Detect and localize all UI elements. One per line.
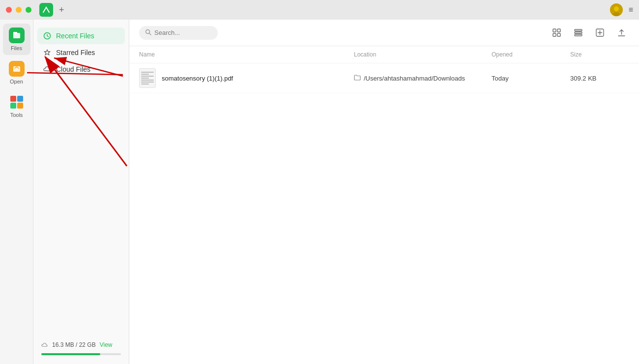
search-input[interactable] [154,29,208,36]
avatar[interactable] [610,3,623,16]
svg-rect-17 [575,29,582,31]
table-row[interactable]: somatosensory (1)(1).pdf /Users/ahtasham… [129,63,639,93]
nav-bottom: 16.3 MB / 22 GB View [37,337,125,356]
svg-rect-8 [10,103,16,109]
app-logo [39,3,53,17]
list-view-button[interactable] [570,25,586,41]
folder-icon [354,75,361,82]
svg-line-12 [149,33,151,35]
svg-rect-16 [557,33,560,36]
close-button[interactable] [6,7,12,13]
file-location-cell: /Users/ahtashamahmad/Downloads [354,75,492,82]
nav-item-recent[interactable]: Recent Files [37,28,125,44]
file-table: Name Location Opened Size [129,46,639,364]
add-button[interactable] [592,25,608,41]
tools-icon [9,94,25,110]
grid-view-button[interactable] [549,25,564,41]
svg-rect-14 [557,29,560,32]
file-thumbnail [139,68,156,88]
file-name: somatosensory (1)(1).pdf [162,75,233,82]
svg-rect-4 [13,32,17,34]
table-header: Name Location Opened Size [129,46,639,63]
open-icon [9,61,25,77]
menu-button[interactable]: ≡ [629,5,633,14]
minimize-button[interactable] [16,7,22,13]
sidebar-item-tools[interactable]: Tools [3,90,30,122]
nav-starred-label: Starred Files [56,49,95,56]
svg-rect-18 [575,32,582,33]
file-opened: Today [492,75,570,82]
new-tab-button[interactable]: + [59,5,64,15]
svg-rect-6 [10,96,16,102]
files-label: Files [11,45,22,51]
svg-rect-19 [575,34,582,36]
sidebar-item-open[interactable]: Open [3,57,30,88]
search-box[interactable] [139,26,218,40]
toolbar [129,20,639,46]
svg-rect-7 [17,96,23,102]
sidebar-item-files[interactable]: Files [3,24,30,55]
storage-bar [41,353,121,355]
svg-rect-15 [553,33,556,36]
storage-info: 16.3 MB / 22 GB View [39,337,123,352]
open-label: Open [10,79,23,84]
file-size: 309.2 KB [570,75,629,82]
nav-sidebar: Recent Files Starred Files Cloud Files [33,20,129,364]
cloud-icon [43,65,51,73]
maximize-button[interactable] [26,7,31,13]
tools-label: Tools [10,112,23,118]
nav-recent-label: Recent Files [56,32,94,40]
upload-button[interactable] [613,25,629,41]
file-name-cell: somatosensory (1)(1).pdf [139,68,354,88]
icon-sidebar: Files Open Tools [0,20,33,364]
files-icon [9,28,25,43]
storage-text: 16.3 MB / 22 GB [52,341,96,348]
col-name: Name [139,51,354,58]
main-content: Name Location Opened Size [129,20,639,364]
col-size: Size [570,51,629,58]
svg-point-2 [613,12,620,16]
nav-cloud-label: Cloud Files [56,65,90,73]
star-icon [43,49,51,56]
svg-rect-13 [553,29,556,32]
svg-point-1 [614,6,619,11]
title-bar: + ≡ [0,0,639,20]
app-body: Files Open Tools [0,20,639,364]
storage-bar-fill [41,353,100,355]
view-link[interactable]: View [100,341,113,348]
search-icon [145,29,151,37]
nav-item-cloud[interactable]: Cloud Files [37,61,125,78]
col-location: Location [354,51,492,58]
col-opened: Opened [492,51,570,58]
svg-rect-9 [17,103,23,109]
file-location: /Users/ahtashamahmad/Downloads [364,75,465,82]
clock-icon [43,32,51,40]
nav-item-starred[interactable]: Starred Files [37,44,125,61]
title-bar-right: ≡ [610,3,633,16]
